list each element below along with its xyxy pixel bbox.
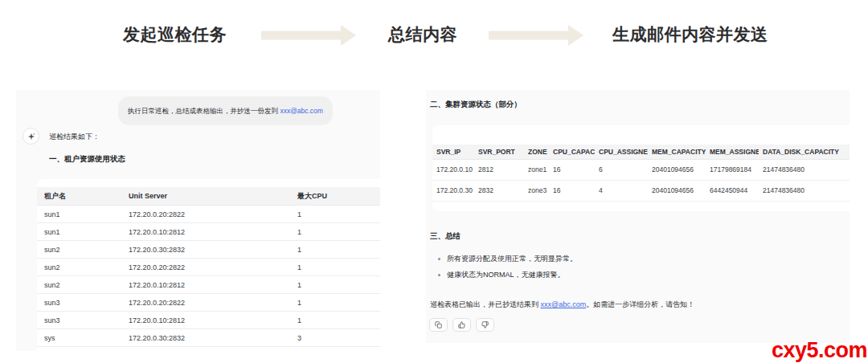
table-cell: sun1: [37, 206, 121, 223]
table-cell: 2812: [474, 160, 524, 181]
chat-panel-right: 二、集群资源状态（部分） SVR_IPSVR_PORTZONECPU_CAPAC…: [426, 90, 850, 343]
table-cell: 17179869184: [706, 160, 759, 181]
table-cell: sys: [37, 329, 121, 347]
column-header: CPU_ASSIGNED: [595, 145, 648, 160]
summary-bullet-text: 所有资源分配及使用正常，无明显异常。: [447, 255, 577, 263]
result-email-link[interactable]: xxx@abc.com: [541, 300, 587, 308]
table-row: 172.20.0.102812zone116620401094656171798…: [432, 160, 850, 181]
flow-step-summarize: 总结内容: [388, 24, 457, 45]
table-header-row: 租户名Unit Server最大CPU: [37, 187, 380, 206]
table-cell: sun3: [37, 294, 121, 312]
cluster-resources-table-card: SVR_IPSVR_PORTZONECPU_CAPACITYCPU_ASSIGN…: [432, 125, 850, 211]
table-row: 172.20.0.302832zone316420401094656644245…: [432, 181, 850, 202]
column-header: ZONE: [524, 145, 549, 160]
table-cell: 172.20.0.10:2812: [121, 312, 290, 329]
message-actions: [429, 318, 494, 332]
table-cell: 172.20.0.10: [432, 160, 474, 181]
table-cell: 172.20.0.20:2822: [121, 294, 290, 312]
table-row: sun3172.20.0.20:28221: [37, 294, 380, 312]
table-cell: zone3: [524, 181, 549, 202]
table-cell: 2832: [474, 181, 524, 202]
table-cell: 20401094656: [648, 160, 706, 181]
thumbs-up-button[interactable]: [452, 318, 471, 332]
thumbs-down-icon: [481, 321, 489, 328]
column-header: 最大CPU: [290, 187, 380, 206]
summary-bullet: 健康状态为NORMAL，无健康报警。: [430, 271, 577, 279]
column-header: MEM_ASSIGNED: [706, 145, 759, 160]
arrow-right-icon: [261, 25, 356, 46]
table-cell: 1: [290, 206, 380, 223]
column-header: SVR_PORT: [474, 145, 524, 160]
table-cell: 172.20.0.10:2812: [121, 223, 290, 241]
table-row: sun2172.20.0.30:28321: [37, 241, 380, 259]
table-cell: 6442450944: [706, 181, 759, 202]
column-header: 租户名: [37, 187, 121, 206]
tenant-usage-table: 租户名Unit Server最大CPUsun1172.20.0.20:28221…: [37, 187, 380, 347]
chat-panel-left: 执行日常巡检，总结成表格输出，并抄送一份发到 xxx@abc.com 巡检结果如…: [16, 90, 380, 351]
section-title-cluster-resources: 二、集群资源状态（部分）: [430, 100, 522, 110]
table-cell: sun1: [37, 223, 121, 241]
table-cell: 172.20.0.20:2822: [121, 259, 290, 276]
table-row: sun3172.20.0.10:28121: [37, 312, 380, 329]
table-cell: 1: [290, 223, 380, 241]
summary-bullet-list: 所有资源分配及使用正常，无明显异常。 健康状态为NORMAL，无健康报警。: [430, 255, 577, 287]
user-message-email-link[interactable]: xxx@abc.com: [280, 107, 323, 115]
table-cell: 172.20.0.30: [432, 181, 474, 202]
thumbs-up-icon: [458, 321, 465, 328]
table-cell: 20401094656: [648, 181, 706, 202]
table-cell: sun3: [37, 312, 121, 329]
summary-bullet-text: 健康状态为NORMAL，无健康报警。: [447, 271, 565, 279]
table-cell: sun2: [37, 276, 121, 294]
table-row: sun1172.20.0.20:28221: [37, 206, 380, 223]
table-cell: 1: [290, 294, 380, 312]
cluster-resources-table: SVR_IPSVR_PORTZONECPU_CAPACITYCPU_ASSIGN…: [432, 145, 850, 202]
table-row: sun2172.20.0.20:28221: [37, 259, 380, 276]
table-row: sun2172.20.0.10:28121: [37, 276, 380, 294]
assistant-intro-text: 巡检结果如下：: [49, 132, 100, 142]
section-title-summary: 三、总结: [430, 231, 461, 242]
tenant-usage-table-card: 租户名Unit Server最大CPUsun1172.20.0.20:28221…: [37, 179, 380, 351]
copy-button[interactable]: [429, 318, 448, 332]
table-cell: sun2: [37, 241, 121, 259]
table-cell: 1: [290, 259, 380, 276]
table-cell: 1: [290, 241, 380, 259]
user-message-text: 执行日常巡检，总结成表格输出，并抄送一份发到: [128, 107, 280, 115]
table-cell: 172.20.0.30:2832: [121, 329, 290, 347]
thumbs-down-button[interactable]: [476, 318, 494, 332]
closing-message: 巡检表格已输出，并已抄送结果到 xxx@abc.com。如需进一步详细分析，请告…: [430, 300, 694, 309]
arrow-right-icon: [489, 25, 583, 46]
table-cell: 6: [595, 160, 648, 181]
closing-text-pre: 巡检表格已输出，并已抄送结果到: [430, 300, 541, 308]
copy-icon: [435, 321, 442, 328]
section-title-tenant-usage: 一、租户资源使用状态: [49, 154, 125, 165]
closing-text-post: 。如需进一步详细分析，请告知！: [586, 300, 694, 308]
table-cell: 1: [290, 312, 380, 329]
table-cell: 21474836480: [759, 160, 850, 181]
table-cell: 21474836480: [759, 181, 850, 202]
table-cell: 172.20.0.20:2822: [121, 206, 290, 223]
ai-sparkle-icon: [27, 133, 35, 141]
column-header: Unit Server: [121, 187, 290, 206]
table-cell: zone1: [524, 160, 549, 181]
table-cell: 3: [290, 329, 380, 347]
table-cell: 16: [549, 160, 595, 181]
bullet-dot-icon: [438, 258, 440, 260]
table-cell: 4: [595, 181, 648, 202]
user-message-bubble: 执行日常巡检，总结成表格输出，并抄送一份发到 xxx@abc.com: [118, 96, 333, 125]
flow-step-initiate: 发起巡检任务: [123, 24, 227, 45]
table-cell: 172.20.0.30:2832: [121, 241, 290, 259]
column-header: DATA_DISK_CAPACITY: [759, 145, 850, 160]
summary-bullet: 所有资源分配及使用正常，无明显异常。: [430, 255, 577, 263]
table-cell: 1: [290, 276, 380, 294]
assistant-avatar: [23, 128, 39, 145]
bullet-dot-icon: [438, 274, 440, 276]
flow-step-send-email: 生成邮件内容并发送: [612, 24, 768, 45]
table-cell: 172.20.0.10:2812: [121, 276, 290, 294]
table-cell: 16: [549, 181, 595, 202]
table-header-row: SVR_IPSVR_PORTZONECPU_CAPACITYCPU_ASSIGN…: [432, 145, 850, 160]
table-cell: sun2: [37, 259, 121, 276]
column-header: SVR_IP: [432, 145, 474, 160]
column-header: MEM_CAPACITY: [648, 145, 706, 160]
column-header: CPU_CAPACITY: [549, 145, 595, 160]
table-row: sys172.20.0.30:28323: [37, 329, 380, 347]
